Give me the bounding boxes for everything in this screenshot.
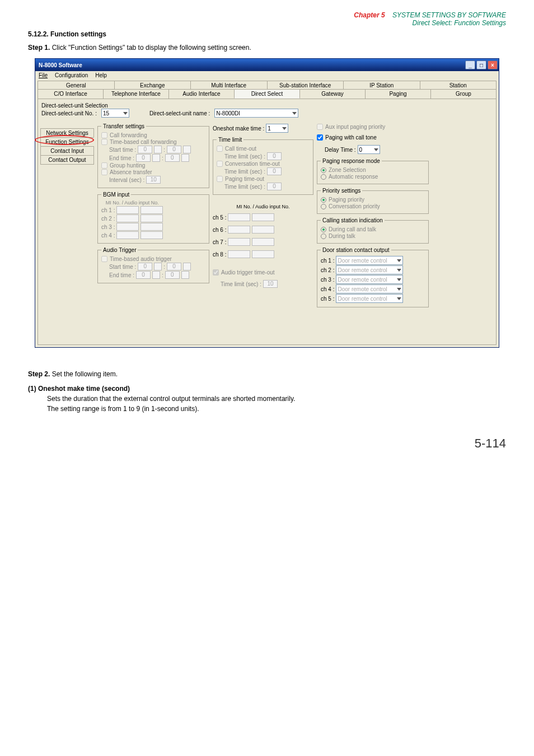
menu-help[interactable]: Help <box>95 72 107 78</box>
conv-tl-field[interactable]: 0 <box>267 167 282 175</box>
sidetab-cout[interactable]: Contact Output <box>40 155 94 165</box>
unit-no-select[interactable]: 15 <box>101 109 129 118</box>
delay-time-select[interactable]: 0 <box>358 145 380 154</box>
tab-station[interactable]: Station <box>420 81 497 90</box>
zone-radio[interactable] <box>321 167 326 173</box>
start-min[interactable]: 0 <box>167 146 181 153</box>
bgm-ch5-au[interactable] <box>252 213 274 221</box>
at-end-hour[interactable]: 0 <box>136 271 151 279</box>
tab-multi[interactable]: Multi Interface <box>190 81 268 90</box>
door-ch3-select[interactable]: Door remote control <box>336 275 403 284</box>
bgm-ch6-au[interactable] <box>252 226 274 234</box>
bgm-ch8-mi[interactable] <box>228 250 250 258</box>
conv-timeout-check[interactable] <box>217 161 223 167</box>
tab-direct[interactable]: Direct Select <box>234 89 300 99</box>
paging-timeout-check[interactable] <box>217 176 223 182</box>
bgm-ch8-au[interactable] <box>252 250 274 258</box>
tab-sub[interactable]: Sub-station Interface <box>267 81 344 90</box>
titlebar: N-8000 Software _ □ × <box>35 59 499 71</box>
end-hour[interactable]: 0 <box>136 154 151 162</box>
interval-field[interactable]: 10 <box>146 176 161 184</box>
paging-tone-check[interactable] <box>317 134 323 141</box>
bgm-ch1-mi[interactable] <box>116 206 139 214</box>
menu-file[interactable]: File <box>39 72 48 78</box>
tab-general[interactable]: General <box>38 81 115 90</box>
minimize-button[interactable]: _ <box>465 60 475 69</box>
call-timeout-check[interactable] <box>217 146 223 152</box>
during-talk-radio[interactable] <box>321 234 326 239</box>
audio-trig-timeout-check[interactable] <box>213 269 219 276</box>
absence-check[interactable] <box>101 169 107 175</box>
tb-audio-label: Time-based audio trigger <box>110 256 172 262</box>
tab-paging[interactable]: Paging <box>365 89 431 99</box>
tab-exchange[interactable]: Exchange <box>114 81 191 90</box>
bgm-ch2-au[interactable] <box>140 214 163 222</box>
zone-label: Zone Selection <box>329 167 366 173</box>
priority-group: Priority settings Paging priority Conver… <box>317 188 429 214</box>
priority-legend: Priority settings <box>321 188 362 194</box>
group-hunting-check[interactable] <box>101 162 107 169</box>
door-group: Door station contact output ch 1 :Door r… <box>317 247 429 307</box>
at-start-min[interactable]: 0 <box>167 263 181 270</box>
bgm-ch4-label: ch 4 : <box>101 232 115 239</box>
bgm-ch4-mi[interactable] <box>116 231 139 239</box>
menu-config[interactable]: Configuration <box>55 72 88 78</box>
time-based-check[interactable] <box>101 139 107 145</box>
end-min[interactable]: 0 <box>165 154 180 162</box>
spin-icon[interactable] <box>181 154 189 162</box>
close-button[interactable]: × <box>488 60 498 69</box>
sidetab-cin[interactable]: Contact Input <box>40 146 94 156</box>
app-window: N-8000 Software _ □ × File Configuration… <box>35 58 499 348</box>
bgm-ch3-au[interactable] <box>140 223 163 231</box>
tab-gateway[interactable]: Gateway <box>299 89 366 99</box>
sidetab-net[interactable]: Network Settings <box>40 128 94 138</box>
bgm-ch6-mi[interactable] <box>228 226 250 234</box>
bgm-ch4-au[interactable] <box>140 231 163 239</box>
spin-icon[interactable] <box>152 271 160 279</box>
conv-priority-radio[interactable] <box>321 204 326 209</box>
at-tl-field[interactable]: 10 <box>263 280 278 288</box>
tab-ip[interactable]: IP Station <box>343 81 420 90</box>
spin-icon[interactable] <box>154 263 162 270</box>
at-start-hour[interactable]: 0 <box>138 263 152 270</box>
paging-tone-label: Paging with call tone <box>325 134 377 141</box>
spin-icon[interactable] <box>154 146 162 153</box>
during-call-radio[interactable] <box>321 227 326 232</box>
bgm-ch7-mi[interactable] <box>228 238 250 246</box>
door-ch5-select[interactable]: Door remote control <box>336 294 403 303</box>
sidetab-func[interactable]: Function Settings <box>40 137 94 147</box>
dropdown-arrow-icon <box>282 127 287 130</box>
spin-icon[interactable] <box>181 271 189 279</box>
during-call-label: During call and talk <box>329 226 376 232</box>
audio-trigger-legend: Audio Trigger <box>101 247 138 253</box>
unit-name-select[interactable]: N-8000DI <box>214 109 298 118</box>
time-based-audio-check[interactable] <box>101 256 107 262</box>
paging-tl-field[interactable]: 0 <box>267 183 282 190</box>
paging-priority-radio[interactable] <box>321 197 326 203</box>
start-hour[interactable]: 0 <box>138 146 152 153</box>
bgm-ch7-au[interactable] <box>252 238 274 246</box>
maximize-button[interactable]: □ <box>476 60 486 69</box>
oneshot-select[interactable]: 1 <box>266 124 288 133</box>
auto-radio[interactable] <box>321 174 326 180</box>
door-ch1-select[interactable]: Door remote control <box>336 256 403 265</box>
spin-icon[interactable] <box>183 146 191 153</box>
tab-audio[interactable]: Audio Interface <box>168 89 235 99</box>
tab-group[interactable]: Group <box>430 89 496 99</box>
during-talk-label: During talk <box>329 233 355 239</box>
door-ch4-select[interactable]: Door remote control <box>336 284 403 293</box>
tab-tel[interactable]: Telephone Interface <box>103 89 169 99</box>
spin-icon[interactable] <box>183 263 191 270</box>
bgm-ch3-mi[interactable] <box>116 223 139 231</box>
bgm-ch2-mi[interactable] <box>116 214 139 222</box>
at-end-min[interactable]: 0 <box>165 271 180 279</box>
bgm-ch5-mi[interactable] <box>228 213 250 221</box>
door-ch2-select[interactable]: Door remote control <box>336 265 403 274</box>
spin-icon[interactable] <box>152 154 160 162</box>
at-start-label: Start time : <box>109 264 136 270</box>
call-tl-field[interactable]: 0 <box>267 152 282 160</box>
tab-co[interactable]: C/O Interface <box>38 89 104 99</box>
aux-priority-check[interactable] <box>317 124 323 130</box>
call-fwd-check[interactable] <box>101 132 107 138</box>
bgm-ch1-au[interactable] <box>140 206 163 214</box>
